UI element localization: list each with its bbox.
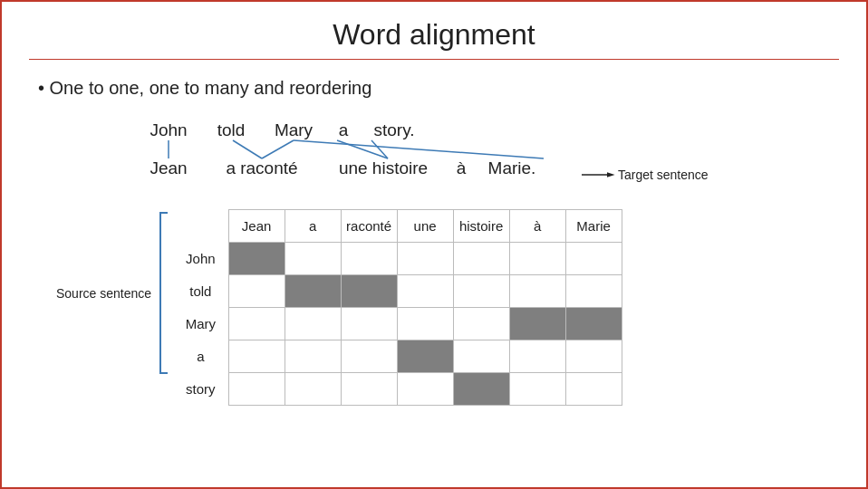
grid-cell-a-jean	[228, 340, 285, 373]
grid-cell-john-a	[285, 243, 341, 275]
src-word-a: a	[324, 120, 362, 140]
source-bracket-icon	[155, 209, 171, 377]
target-sentence-row: Jean a raconté une histoire à Marie.	[138, 158, 544, 178]
grid-col-a2: à	[509, 210, 565, 243]
svg-line-4	[371, 140, 388, 158]
grid-row-told: told	[178, 275, 622, 308]
grid-col-jean: Jean	[228, 210, 285, 243]
target-sentence-label: Target sentence	[582, 166, 709, 184]
src-word-john: John	[138, 120, 199, 140]
grid-cell-story-une	[397, 373, 453, 406]
grid-cell-story-a	[285, 373, 341, 406]
source-sentence-row: John told Mary a story.	[138, 120, 426, 140]
grid-cell-told-marie	[565, 275, 622, 308]
svg-line-2	[262, 140, 294, 158]
tgt-word-marie: Marie.	[480, 158, 544, 178]
tgt-word-jean: Jean	[138, 158, 199, 178]
grid-corner-cell	[178, 210, 228, 243]
svg-line-3	[337, 140, 388, 158]
grid-cell-john-raconte	[341, 243, 397, 275]
grid-cell-mary-a	[285, 308, 341, 340]
slide: Word alignment • One to one, one to many…	[0, 0, 868, 489]
grid-cell-story-marie	[565, 373, 622, 406]
tgt-word-araconte: a raconté	[199, 158, 324, 178]
grid-col-marie: Marie	[565, 210, 622, 243]
grid-cell-told-histoire	[453, 275, 509, 308]
grid-cell-john-a2	[509, 243, 565, 275]
grid-cell-john-histoire	[453, 243, 509, 275]
grid-cell-a-marie	[565, 340, 622, 373]
source-sentence-label: Source sentence	[56, 286, 151, 301]
grid-row-label-story: story	[178, 373, 228, 406]
bullet-point: • One to one, one to many and reordering	[38, 78, 839, 99]
target-label-text: Target sentence	[618, 168, 709, 182]
grid-row-story: story	[178, 373, 622, 406]
grid-cell-story-jean	[228, 373, 285, 406]
grid-row-label-john: John	[178, 243, 228, 275]
src-word-mary: Mary	[263, 120, 324, 140]
grid-cell-a-a	[285, 340, 341, 373]
grid-row-mary: Mary	[178, 308, 622, 340]
grid-cell-told-a2	[509, 275, 565, 308]
grid-cell-john-marie	[565, 243, 622, 275]
grid-cell-a-histoire	[453, 340, 509, 373]
bullet-dot: •	[38, 78, 50, 98]
src-word-told: told	[199, 120, 263, 140]
src-word-story: story.	[362, 120, 426, 140]
source-label-area: Source sentence	[56, 209, 171, 377]
svg-line-5	[294, 140, 544, 158]
grid-cell-mary-raconte	[341, 308, 397, 340]
alignment-grid-wrap: Jean a raconté une histoire à Marie John	[178, 209, 622, 406]
grid-cell-mary-histoire	[453, 308, 509, 340]
grid-cell-story-a2	[509, 373, 565, 406]
grid-cell-john-une	[397, 243, 453, 275]
grid-cell-told-jean	[228, 275, 285, 308]
grid-col-histoire: histoire	[453, 210, 509, 243]
grid-cell-a-raconte	[341, 340, 397, 373]
grid-row-label-a: a	[178, 340, 228, 373]
grid-col-une: une	[397, 210, 453, 243]
grid-cell-mary-une	[397, 308, 453, 340]
grid-header-row: Jean a raconté une histoire à Marie	[178, 210, 622, 243]
alignment-grid: Jean a raconté une histoire à Marie John	[178, 209, 622, 406]
grid-cell-story-raconte	[341, 373, 397, 406]
grid-col-a: a	[285, 210, 341, 243]
grid-cell-a-a2	[509, 340, 565, 373]
grid-cell-told-a	[285, 275, 341, 308]
grid-row-label-told: told	[178, 275, 228, 308]
tgt-word-a: à	[442, 158, 480, 178]
grid-cell-john-jean	[228, 243, 285, 275]
grid-cell-mary-jean	[228, 308, 285, 340]
grid-row-label-mary: Mary	[178, 308, 228, 340]
grid-cell-a-une	[397, 340, 453, 373]
grid-row-a: a	[178, 340, 622, 373]
target-arrow-icon	[582, 166, 618, 184]
tgt-word-unehistoire: une histoire	[324, 158, 442, 178]
grid-cell-mary-marie	[565, 308, 622, 340]
grid-col-raconte: raconté	[341, 210, 397, 243]
lower-section: Source sentence Jean a raconté une histo…	[56, 209, 839, 406]
svg-line-1	[233, 140, 262, 158]
grid-row-john: John	[178, 243, 622, 275]
grid-cell-told-raconte	[341, 275, 397, 308]
grid-cell-mary-a2	[509, 308, 565, 340]
grid-cell-told-une	[397, 275, 453, 308]
grid-cell-story-histoire	[453, 373, 509, 406]
bullet-text: One to one, one to many and reordering	[50, 78, 372, 98]
slide-title: Word alignment	[29, 18, 839, 60]
